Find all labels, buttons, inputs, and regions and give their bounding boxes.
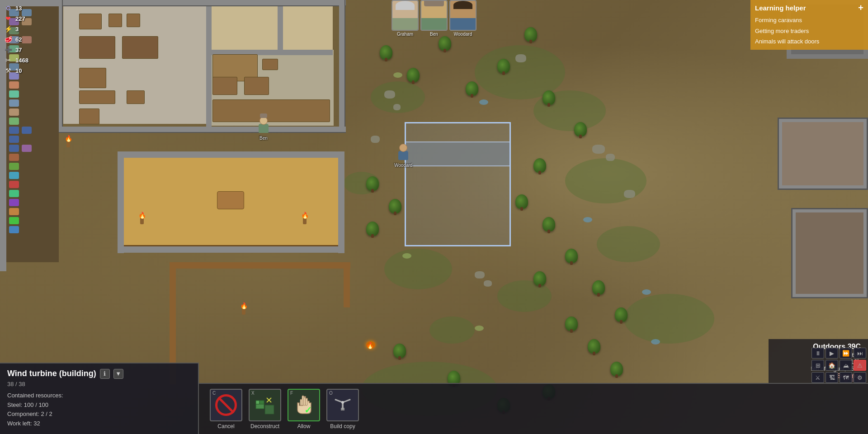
deconstruct-button-label: Deconstruct (250, 423, 279, 429)
large-wood-room (120, 154, 341, 246)
item-pile (9, 172, 19, 179)
room-wall-left (118, 151, 124, 253)
resource-medicine: ➕ 37 (4, 45, 33, 54)
work-left-info: Work left: 32 (7, 419, 191, 429)
rock (515, 54, 526, 62)
furniture-chair (127, 14, 140, 27)
play-btn[interactable]: ▶ (826, 348, 838, 359)
tree (588, 339, 600, 354)
item-pile (9, 190, 19, 197)
tool-btn-3[interactable]: 🗺 (840, 372, 852, 383)
info-dropdown-button[interactable]: ▼ (113, 369, 123, 379)
power-value: 3 (15, 26, 33, 33)
allow-key: F (290, 391, 293, 396)
learning-plus-button[interactable]: + (858, 3, 863, 13)
cancel-button-label: Cancel (217, 423, 234, 429)
allow-button-icon[interactable]: F ✓ (288, 389, 320, 421)
portrait-graham[interactable] (392, 0, 419, 31)
item-pile (9, 226, 19, 233)
tool-btn-2[interactable]: 🏗 (826, 372, 838, 383)
tree (542, 217, 555, 231)
furniture-item3 (79, 108, 99, 124)
resource-power: ⚡ 3 (4, 24, 33, 33)
learning-item-1[interactable]: Forming caravans (755, 15, 863, 26)
tool-btn-1[interactable]: ⚔ (811, 372, 824, 383)
tree (615, 307, 627, 322)
item-pile (9, 154, 19, 161)
grass-patch (597, 226, 660, 262)
portrait-ben[interactable] (420, 0, 448, 31)
grass-patch (624, 294, 714, 344)
medicine-icon: ➕ (4, 45, 13, 54)
portrait-name-graham: Graham (397, 32, 413, 37)
character-ben-world[interactable]: Ben (256, 117, 271, 141)
item-pile (9, 217, 19, 224)
allow-content: ✓ (294, 393, 314, 417)
pause-btn[interactable]: ⏸ (811, 348, 824, 359)
item-pile (22, 127, 32, 134)
buildcopy-key: O (329, 391, 333, 396)
resource-weapon: ⚒ 10 (4, 66, 33, 75)
faster-btn[interactable]: ⏭ (854, 348, 866, 359)
buildcopy-button-icon[interactable]: O (326, 389, 359, 421)
flowers (393, 72, 402, 78)
view-btn-4[interactable]: ⚠ (854, 360, 866, 371)
portrait-woodard[interactable] (449, 0, 476, 31)
allow-action[interactable]: F ✓ Allow (286, 387, 322, 431)
woodard-face (456, 11, 470, 18)
deconstruct-svg (255, 395, 275, 415)
health-icon: ❤ (4, 14, 13, 23)
fast-btn[interactable]: ⏩ (840, 348, 852, 359)
buildcopy-action[interactable]: O Build copy (325, 387, 361, 431)
learning-item-3[interactable]: Animals will attack doors (755, 36, 863, 47)
view-btn-3[interactable]: ⛰ (840, 360, 852, 371)
material-value: 1468 (15, 57, 33, 64)
tool-btn-4[interactable]: ⚙ (854, 372, 866, 383)
learning-item-2[interactable]: Getting more traders (755, 26, 863, 37)
info-title: Wind turbine (building) (7, 369, 96, 378)
tree (366, 222, 379, 236)
svg-rect-7 (302, 396, 304, 406)
tree (389, 199, 401, 213)
rock (384, 90, 395, 99)
allow-checkmark: ✓ (304, 405, 312, 415)
furniture-bench (212, 99, 330, 122)
torch-3 (66, 140, 70, 147)
resource-food: 🥩 62 (4, 35, 33, 44)
power-icon: ⚡ (4, 24, 13, 33)
furniture-table4 (244, 77, 269, 95)
view-btn-1[interactable]: ⊞ (811, 360, 824, 371)
svg-rect-4 (265, 405, 274, 414)
room-decoration (217, 191, 244, 209)
control-row-1: ⏸ ▶ ⏩ ⏭ (811, 348, 866, 359)
info-subtitle: 38 / 38 (7, 381, 191, 387)
deconstruct-button-icon[interactable]: X (249, 389, 281, 421)
wall-div-3 (278, 6, 283, 52)
tree (439, 36, 451, 51)
svg-rect-1 (256, 401, 259, 404)
flowers-blue3 (642, 289, 651, 295)
weapon-icon: ⚒ (4, 66, 13, 75)
resource-health: ❤ 227 (4, 14, 33, 23)
bottom-right-controls: ⏸ ▶ ⏩ ⏭ ⊞ 🏠 ⛰ ⚠ ⚔ 🏗 🗺 ⚙ (811, 348, 866, 383)
buildcopy-button-label: Build copy (330, 423, 355, 429)
char-name-woodard-world: Woodard (394, 163, 412, 168)
cancel-symbol (215, 394, 237, 416)
character-woodard-world[interactable]: Woodard (394, 144, 412, 168)
cancel-button-icon[interactable]: C (210, 389, 242, 421)
cancel-key: C (212, 391, 216, 396)
info-title-row: Wind turbine (building) ℹ ▼ (7, 369, 191, 379)
furniture-table3 (212, 77, 237, 95)
resource-material: ✂ 1468 (4, 56, 33, 65)
allow-button-label: Allow (297, 423, 311, 429)
deconstruct-action[interactable]: X Deconstruct (247, 387, 283, 431)
view-btn-2[interactable]: 🏠 (826, 360, 838, 371)
ben-body (421, 18, 447, 30)
portrait-graham-container: Graham (392, 0, 419, 37)
svg-rect-3 (256, 404, 264, 409)
item-pile (22, 145, 32, 152)
cancel-action[interactable]: C Cancel (208, 387, 244, 431)
info-help-button[interactable]: ℹ (100, 369, 110, 379)
item-pile (9, 90, 19, 98)
construction-blueprint[interactable] (405, 122, 511, 246)
